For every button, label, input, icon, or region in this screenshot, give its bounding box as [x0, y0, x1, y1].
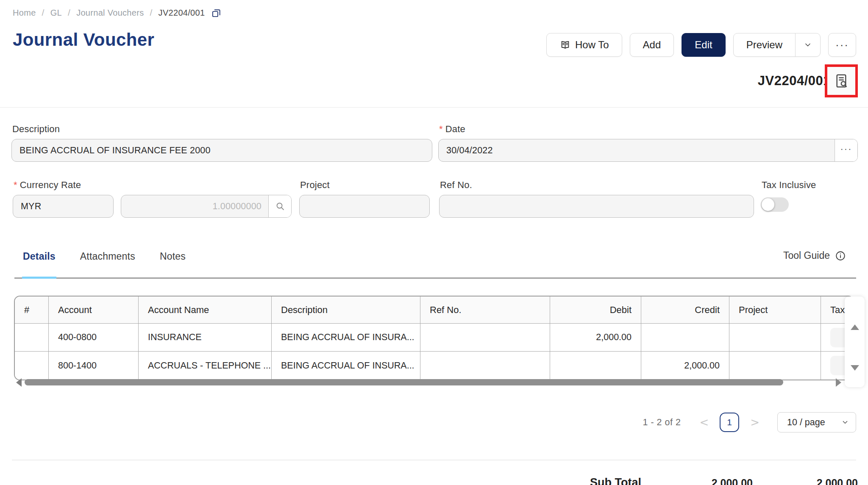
breadcrumb-separator: / [68, 8, 70, 18]
breadcrumb-separator: / [42, 8, 45, 18]
tabs-bar: Details Attachments Notes Tool Guide [14, 249, 856, 279]
currency-rate-field-group: *Currency Rate [13, 180, 292, 218]
how-to-label: How To [575, 39, 609, 51]
description-field-group: Description [11, 124, 432, 162]
search-icon [275, 201, 285, 211]
page-title: Journal Voucher [13, 30, 154, 50]
previous-page-button[interactable]: < [699, 416, 709, 429]
project-input[interactable] [300, 195, 429, 217]
horizontal-scrollbar-thumb[interactable] [25, 379, 783, 385]
date-input[interactable] [439, 139, 835, 161]
page-number-button[interactable]: 1 [720, 413, 739, 432]
currency-input[interactable] [13, 195, 113, 217]
breadcrumb-journal-vouchers[interactable]: Journal Vouchers [76, 8, 144, 18]
chevron-down-icon [804, 41, 812, 49]
ref-no-label: Ref No. [439, 180, 754, 191]
form-row-2: *Currency Rate Project [13, 180, 858, 218]
cell-num [15, 352, 49, 380]
cell-debit [550, 352, 641, 380]
cell-project [729, 324, 821, 352]
scroll-down-arrow-icon[interactable] [851, 365, 859, 371]
doc-number-row: JV2204/001 [758, 64, 858, 97]
cell-account: 800-1400 [49, 352, 139, 380]
table-row: 400-0800 INSURANCE BEING ACCRUAL OF INSU… [15, 324, 853, 352]
pagination: 1 - 2 of 2 < 1 > 10 / page [643, 412, 856, 432]
more-actions-button[interactable]: ··· [828, 33, 856, 57]
currency-rate-label: *Currency Rate [13, 180, 292, 191]
scroll-up-arrow-icon[interactable] [851, 324, 859, 330]
column-header-ref-no: Ref No. [420, 297, 550, 324]
rate-search-button[interactable] [268, 195, 291, 217]
ref-no-field-group: Ref No. [439, 180, 754, 218]
sub-total-label: Sub Total [590, 476, 641, 485]
breadcrumb-gl[interactable]: GL [50, 8, 62, 18]
cell-account: 400-0800 [49, 324, 139, 352]
cell-credit [641, 324, 729, 352]
table-row: 800-1400 ACCRUALS - TELEPHONE ... BEING … [15, 352, 853, 380]
document-search-icon[interactable] [833, 73, 849, 89]
how-to-button[interactable]: How To [546, 33, 622, 57]
cell-project [729, 352, 821, 380]
cell-account-name: INSURANCE [139, 324, 272, 352]
breadcrumb-home[interactable]: Home [13, 8, 36, 18]
rate-input[interactable] [121, 195, 268, 217]
annotation-highlight-box [825, 64, 858, 97]
column-header-debit: Debit [550, 297, 641, 324]
tax-inclusive-toggle[interactable] [761, 197, 789, 212]
breadcrumb-separator: / [150, 8, 152, 18]
cell-num [15, 324, 49, 352]
ellipsis-icon: ··· [840, 144, 852, 157]
pagination-range: 1 - 2 of 2 [643, 417, 681, 428]
preview-dropdown-button[interactable] [795, 33, 821, 57]
sub-total-debit: 2,000.00 [695, 477, 753, 485]
date-field-group: *Date ··· [438, 124, 858, 162]
tax-inclusive-field-group: Tax Inclusive [761, 180, 816, 218]
tax-inclusive-label: Tax Inclusive [761, 180, 816, 191]
tab-details[interactable]: Details [23, 249, 56, 277]
column-header-num: # [15, 297, 49, 324]
description-label: Description [11, 124, 432, 135]
required-asterisk: * [14, 180, 17, 190]
project-field-group: Project [299, 180, 430, 218]
cell-account-name: ACCRUALS - TELEPHONE ... [139, 352, 272, 380]
add-button[interactable]: Add [630, 33, 674, 57]
date-label: *Date [438, 124, 858, 135]
column-header-description: Description [272, 297, 420, 324]
journal-voucher-page: Home / GL / Journal Vouchers / JV2204/00… [0, 0, 868, 485]
description-input[interactable] [12, 139, 432, 161]
sub-total-credit: 2,000.00 [800, 477, 858, 485]
tool-guide-label: Tool Guide [783, 250, 830, 261]
info-icon[interactable] [835, 250, 846, 261]
table-header-row: # Account Account Name Description Ref N… [15, 297, 853, 324]
column-header-account-name: Account Name [139, 297, 272, 324]
next-page-button[interactable]: > [750, 416, 760, 429]
cell-description: BEING ACCRUAL OF INSURA... [272, 324, 420, 352]
required-asterisk: * [439, 124, 443, 134]
preview-button[interactable]: Preview [733, 33, 796, 57]
chevron-down-icon [841, 418, 849, 426]
scroll-right-arrow-icon[interactable] [836, 378, 841, 387]
copy-icon[interactable] [211, 8, 221, 18]
scroll-left-arrow-icon[interactable] [16, 378, 22, 387]
cell-credit: 2,000.00 [641, 352, 729, 380]
column-header-credit: Credit [641, 297, 729, 324]
date-options-button[interactable]: ··· [835, 139, 857, 161]
book-icon [559, 39, 571, 51]
cell-ref-no [420, 352, 550, 380]
edit-button[interactable]: Edit [682, 33, 725, 57]
breadcrumb: Home / GL / Journal Vouchers / JV2204/00… [13, 8, 221, 18]
breadcrumb-current: JV2204/001 [159, 8, 205, 18]
column-header-project: Project [729, 297, 821, 324]
page-size-value: 10 / page [787, 417, 825, 428]
form-row-1: Description *Date ··· [11, 124, 858, 162]
column-header-account: Account [49, 297, 139, 324]
cell-description: BEING ACCRUAL OF INSURA... [272, 352, 420, 380]
tab-notes[interactable]: Notes [160, 249, 186, 277]
vertical-scrollbar[interactable] [845, 297, 865, 387]
preview-button-group: Preview [733, 33, 821, 57]
cell-ref-no [420, 324, 550, 352]
page-size-select[interactable]: 10 / page [777, 412, 856, 432]
ref-no-input[interactable] [440, 195, 754, 217]
tab-attachments[interactable]: Attachments [80, 249, 135, 277]
footer-divider [12, 460, 856, 460]
